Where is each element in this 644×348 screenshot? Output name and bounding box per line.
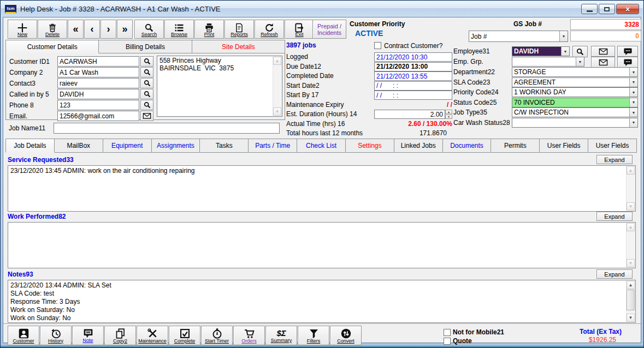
history-button[interactable]: History <box>40 326 72 345</box>
called-in-by-input[interactable]: DAVIDH <box>57 89 139 99</box>
tab-parts-time[interactable]: Parts / Time <box>249 139 297 153</box>
emp-grp-message-button[interactable] <box>617 57 638 68</box>
expand-service-requested-button[interactable]: Expand <box>596 155 633 164</box>
start-timer-button[interactable]: Start Timer <box>201 326 233 345</box>
status-code-dropdown[interactable]: 70 INVOICED ▼ <box>512 98 638 107</box>
tab-assignments[interactable]: Assignments <box>152 139 200 153</box>
scroll-up-icon[interactable]: ▲ <box>627 281 635 289</box>
company-input[interactable]: A1 Car Wash <box>57 67 139 77</box>
search-button[interactable]: Search <box>134 20 164 39</box>
close-button[interactable]: × <box>616 4 639 14</box>
scroll-down-icon[interactable]: ▼ <box>627 259 635 267</box>
emp-grp-email-button[interactable] <box>591 57 615 68</box>
due-date-field[interactable]: 21/12/2020 13:00 <box>374 62 452 71</box>
department-dropdown[interactable]: STORAGE ▼ <box>512 67 638 77</box>
first-record-button[interactable]: « <box>68 20 84 39</box>
note-button[interactable]: Note <box>72 326 104 345</box>
car-wash-dropdown-button[interactable]: ▼ <box>629 118 637 127</box>
minimize-button[interactable] <box>581 4 598 14</box>
tab-permits[interactable]: Permits <box>491 139 540 153</box>
phone-search-button[interactable] <box>140 100 153 110</box>
priority-code-dropdown[interactable]: 1 WORKING DAY ▼ <box>512 87 638 97</box>
print-button[interactable]: Print <box>194 20 224 39</box>
exit-button[interactable]: Exit <box>285 20 314 39</box>
tab-job-details[interactable]: Job Details <box>5 139 55 153</box>
new-button[interactable]: New <box>8 20 37 39</box>
spin-up-icon[interactable]: ▲ <box>445 110 452 114</box>
job-selector-dropdown-button[interactable]: ▼ <box>559 31 568 41</box>
employee-dropdown[interactable]: DAVIDH ▼ <box>512 46 570 56</box>
scroll-down-icon[interactable]: ▼ <box>627 314 635 322</box>
prepaid-incidents-button[interactable]: Prepaid / Incidents <box>312 20 346 39</box>
tab-site-details[interactable]: Site Details <box>192 40 285 53</box>
convert-button[interactable]: Convert <box>330 326 362 345</box>
job-number-selector[interactable]: Job # ▼ <box>469 31 568 42</box>
sla-code-dropdown[interactable]: AGREEMENT ▼ <box>512 77 638 87</box>
tab-check-list[interactable]: Check List <box>297 139 346 153</box>
customer-button[interactable]: Customer <box>8 326 39 345</box>
start-by-field[interactable]: / / : : <box>374 91 452 100</box>
browse-button[interactable]: Browse <box>164 20 194 39</box>
tab-user-fields-1[interactable]: User Fields <box>540 139 588 153</box>
service-requested-scrollbar[interactable]: ▲ ▼ <box>626 166 635 211</box>
employee-dropdown-button[interactable]: ▼ <box>561 47 569 56</box>
tab-tasks[interactable]: Tasks <box>200 139 249 153</box>
tab-settings[interactable]: Settings <box>346 139 394 153</box>
gs-job-number-field[interactable]: 3328 <box>570 19 641 30</box>
employee-search-button[interactable] <box>572 46 588 57</box>
employee-email-button[interactable] <box>591 46 615 57</box>
customer-id-input[interactable]: ACARWASH <box>57 56 139 67</box>
orders-button[interactable]: Orders <box>233 326 265 345</box>
car-wash-status-dropdown[interactable]: ▼ <box>512 118 638 128</box>
service-requested-textarea[interactable]: 23/12/2020 13:45 ADMIN: work on the air … <box>8 165 636 212</box>
scroll-down-icon[interactable]: ▼ <box>273 107 281 116</box>
email-send-button[interactable] <box>140 111 153 121</box>
maximize-button[interactable] <box>599 4 615 14</box>
company-search-button[interactable] <box>140 67 153 77</box>
logged-field[interactable]: 21/12/2020 10:30 <box>374 52 452 62</box>
priority-dropdown-button[interactable]: ▼ <box>629 88 637 97</box>
tab-linked-jobs[interactable]: Linked Jobs <box>394 139 443 153</box>
emp-grp-dropdown-button[interactable]: ▼ <box>576 57 584 66</box>
last-record-button[interactable]: » <box>117 20 133 39</box>
notes-scrollbar[interactable]: ▲ ▼ <box>626 281 635 322</box>
contact-search-button[interactable] <box>140 78 153 88</box>
refresh-button[interactable]: Refresh <box>255 20 284 39</box>
tab-customer-details[interactable]: Customer Details <box>5 40 99 53</box>
contract-customer-checkbox[interactable] <box>374 42 381 49</box>
reports-button[interactable]: Reports <box>224 20 254 39</box>
contact-input[interactable]: raieev <box>57 78 139 88</box>
next-record-button[interactable]: › <box>101 20 116 39</box>
work-performed-textarea[interactable]: ▲ ▼ <box>8 222 636 268</box>
scrollbar-thumb[interactable] <box>627 290 635 310</box>
completed-date-field[interactable]: 21/12/2020 13:55 <box>374 71 452 81</box>
email-input[interactable]: 12566@gmail.com <box>57 111 139 121</box>
scroll-up-icon[interactable]: ▲ <box>273 57 281 65</box>
address-scrollbar[interactable]: ▲ ▼ <box>273 57 281 116</box>
filters-button[interactable]: Filters <box>298 326 329 345</box>
phone-input[interactable]: 123 <box>57 100 139 110</box>
tab-mailbox[interactable]: MailBox <box>55 139 103 153</box>
scroll-down-icon[interactable]: ▼ <box>627 202 635 211</box>
emp-grp-dropdown[interactable]: ▼ <box>512 57 584 67</box>
scroll-up-icon[interactable]: ▲ <box>627 166 635 175</box>
est-duration-field[interactable]: 2.00 <box>374 110 445 119</box>
not-for-mobile-checkbox[interactable] <box>444 329 451 336</box>
titlebar[interactable]: tsm Help Desk - Job # 3328 - ACARWASH - … <box>1 1 643 17</box>
site-address-listbox[interactable]: 558 Princes Highway BAIRNSDALE VIC 3875 … <box>157 56 282 117</box>
spin-down-icon[interactable]: ▼ <box>445 115 452 119</box>
job-type-dropdown-button[interactable]: ▼ <box>629 108 637 117</box>
notes-textarea[interactable]: 23/12/2020 13:44 ADMIN: SLA Set SLA Code… <box>8 280 636 323</box>
employee-message-button[interactable] <box>617 46 638 57</box>
gs-job-number2-field[interactable]: 0 <box>570 31 641 41</box>
previous-record-button[interactable]: ‹ <box>84 20 100 39</box>
tab-billing-details[interactable]: Billing Details <box>99 40 192 53</box>
delete-button[interactable]: Delete <box>38 20 67 39</box>
est-duration-stepper[interactable]: ▲ ▼ <box>445 110 452 119</box>
work-performed-scrollbar[interactable]: ▲ ▼ <box>626 223 635 267</box>
sla-dropdown-button[interactable]: ▼ <box>629 78 637 87</box>
scroll-up-icon[interactable]: ▲ <box>627 223 635 231</box>
department-dropdown-button[interactable]: ▼ <box>629 68 637 76</box>
customer-id-search-button[interactable] <box>140 56 153 67</box>
complete-button[interactable]: Complete <box>169 326 200 345</box>
